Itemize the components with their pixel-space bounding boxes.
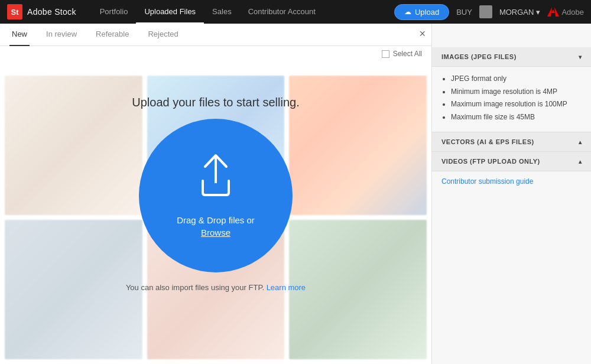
user-name-label: MORGAN bbox=[499, 8, 534, 17]
vectors-section-header[interactable]: VECTORS (AI & EPS FILES) ▴ bbox=[432, 132, 591, 152]
drag-label: Drag & Drop files or bbox=[177, 215, 255, 225]
top-navigation: St Adobe Stock Portfolio Uploaded Files … bbox=[0, 0, 591, 24]
logo: St Adobe Stock bbox=[7, 4, 76, 20]
vectors-header-label: VECTORS (AI & EPS FILES) bbox=[441, 138, 534, 145]
logo-text: Adobe Stock bbox=[27, 7, 76, 17]
list-item: Minimum image resolution is 4MP bbox=[451, 86, 582, 99]
contributor-guide-link[interactable]: Contributor submission guide bbox=[432, 171, 591, 191]
user-menu[interactable]: MORGAN ▾ bbox=[499, 8, 541, 17]
left-panel: New In review Referable Rejected Select … bbox=[0, 24, 431, 364]
chevron-down-icon: ▾ bbox=[536, 8, 540, 17]
images-header-label: IMAGES (JPEG FILES) bbox=[441, 53, 517, 60]
right-panel: IMAGES (JPEG FILES) ▾ JPEG format only M… bbox=[431, 24, 591, 364]
upload-button[interactable]: ☁ Upload bbox=[394, 4, 449, 20]
videos-section: VIDEOS (FTP UPLOAD ONLY) ▴ bbox=[432, 152, 591, 171]
upload-button-label: Upload bbox=[415, 8, 439, 17]
ftp-note: You can also import files using your FTP… bbox=[126, 283, 306, 292]
images-section-body: JPEG format only Minimum image resolutio… bbox=[432, 67, 591, 132]
adobe-icon bbox=[547, 6, 559, 18]
learn-more-link[interactable]: Learn more bbox=[267, 283, 306, 292]
vectors-section: VECTORS (AI & EPS FILES) ▴ bbox=[432, 132, 591, 152]
nav-right: ☁ Upload BUY MORGAN ▾ Adobe bbox=[394, 4, 584, 20]
videos-section-header[interactable]: VIDEOS (FTP UPLOAD ONLY) ▴ bbox=[432, 152, 591, 171]
nav-item-sales[interactable]: Sales bbox=[204, 0, 240, 24]
images-section: IMAGES (JPEG FILES) ▾ JPEG format only M… bbox=[432, 47, 591, 132]
adobe-logo: Adobe bbox=[547, 6, 584, 18]
drag-drop-text: Drag & Drop files or Browse bbox=[177, 214, 255, 239]
page-title: Upload your files to start selling. bbox=[132, 96, 299, 109]
user-avatar bbox=[479, 5, 492, 18]
close-button[interactable]: × bbox=[419, 28, 426, 39]
list-item: Maximum image resolution is 100MP bbox=[451, 98, 582, 111]
list-item: Maximum file size is 45MB bbox=[451, 111, 582, 124]
nav-item-contributor-account[interactable]: Contributor Account bbox=[240, 0, 324, 24]
images-chevron-icon: ▾ bbox=[579, 54, 582, 60]
upload-icon bbox=[192, 152, 239, 206]
adobe-label: Adobe bbox=[561, 8, 584, 17]
nav-item-uploaded-files[interactable]: Uploaded Files bbox=[136, 0, 204, 24]
nav-item-portfolio[interactable]: Portfolio bbox=[92, 0, 137, 24]
drop-circle[interactable]: Drag & Drop files or Browse bbox=[139, 119, 293, 272]
logo-badge: St bbox=[7, 4, 22, 20]
main-area: New In review Referable Rejected Select … bbox=[0, 24, 591, 364]
buy-link[interactable]: BUY bbox=[456, 8, 472, 17]
list-item: JPEG format only bbox=[451, 73, 582, 86]
browse-link[interactable]: Browse bbox=[201, 228, 230, 238]
videos-chevron-icon: ▴ bbox=[579, 158, 582, 165]
ftp-text: You can also import files using your FTP… bbox=[126, 283, 264, 292]
upload-icon: ☁ bbox=[404, 8, 411, 16]
videos-header-label: VIDEOS (FTP UPLOAD ONLY) bbox=[441, 158, 540, 165]
nav-items: Portfolio Uploaded Files Sales Contribut… bbox=[92, 0, 324, 24]
vectors-chevron-icon: ▴ bbox=[579, 139, 582, 145]
upload-zone-wrapper: Upload your files to start selling. Drag… bbox=[0, 24, 431, 364]
images-section-header[interactable]: IMAGES (JPEG FILES) ▾ bbox=[432, 47, 591, 67]
